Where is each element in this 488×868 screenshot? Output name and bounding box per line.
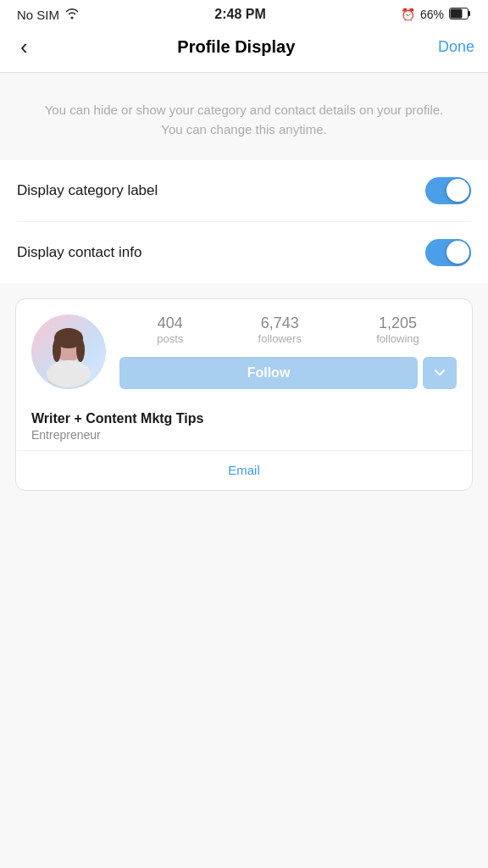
setting-row-contact: Display contact info	[17, 222, 471, 283]
email-row: Email	[31, 451, 457, 490]
svg-rect-1	[468, 11, 470, 16]
battery-percent: 66%	[420, 8, 444, 21]
setting-label-category: Display category label	[17, 182, 158, 199]
status-time: 2:48 PM	[214, 7, 265, 22]
svg-rect-2	[450, 8, 462, 18]
stats-numbers: 404 posts 6,743 followers 1,205 followin…	[119, 314, 457, 345]
following-label: following	[376, 332, 419, 345]
toggle-thumb-category	[446, 179, 469, 202]
back-button[interactable]: ‹	[14, 34, 35, 60]
stats-area: 404 posts 6,743 followers 1,205 followin…	[119, 314, 457, 389]
toggle-category[interactable]	[425, 177, 471, 204]
wifi-icon	[64, 8, 80, 22]
follow-row: Follow	[119, 357, 457, 389]
posts-number: 404	[157, 314, 183, 332]
description-section: You can hide or show your category and c…	[0, 73, 488, 160]
follow-button[interactable]: Follow	[119, 357, 418, 389]
avatar	[31, 314, 106, 389]
preview-section: 404 posts 6,743 followers 1,205 followin…	[0, 283, 488, 506]
battery-icon	[449, 8, 471, 22]
stat-following: 1,205 following	[376, 314, 419, 345]
followers-label: followers	[258, 332, 302, 345]
posts-label: posts	[157, 332, 183, 345]
svg-point-10	[76, 338, 85, 362]
status-right: ⏰ 66%	[401, 8, 471, 22]
setting-row-category: Display category label	[17, 160, 471, 222]
email-link[interactable]: Email	[228, 463, 260, 477]
bio-category: Entrepreneur	[31, 428, 457, 442]
status-bar: No SIM 2:48 PM ⏰ 66%	[0, 0, 488, 25]
svg-point-11	[47, 360, 91, 387]
nav-bar: ‹ Profile Display Done	[0, 25, 488, 73]
alarm-icon: ⏰	[401, 8, 415, 21]
done-button[interactable]: Done	[438, 38, 474, 56]
description-text: You can hide or show your category and c…	[34, 100, 454, 140]
stat-posts: 404 posts	[157, 314, 183, 345]
following-number: 1,205	[376, 314, 419, 332]
profile-card: 404 posts 6,743 followers 1,205 followin…	[15, 298, 473, 491]
stat-followers: 6,743 followers	[258, 314, 302, 345]
settings-section: Display category label Display contact i…	[0, 160, 488, 283]
page-title: Profile Display	[177, 37, 295, 57]
profile-top: 404 posts 6,743 followers 1,205 followin…	[31, 314, 457, 389]
profile-bio: Writer + Content Mktg Tips Entrepreneur	[31, 401, 457, 450]
followers-number: 6,743	[258, 314, 302, 332]
status-left: No SIM	[17, 8, 80, 22]
follow-dropdown-button[interactable]	[423, 357, 457, 389]
toggle-contact[interactable]	[425, 239, 471, 266]
setting-label-contact: Display contact info	[17, 244, 141, 261]
svg-point-9	[53, 338, 61, 362]
no-sim-label: No SIM	[17, 8, 59, 22]
toggle-thumb-contact	[446, 241, 469, 264]
bio-name: Writer + Content Mktg Tips	[31, 411, 457, 426]
